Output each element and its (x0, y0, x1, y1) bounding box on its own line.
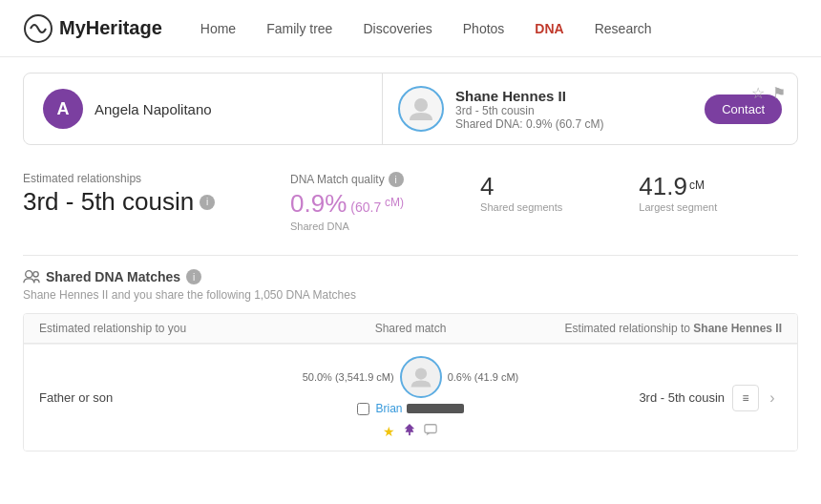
dna-left-value: 50.0% (3,541.9 cM) (303, 371, 394, 383)
logo-icon (23, 13, 53, 44)
matches-table: Estimated relationship to you Shared mat… (23, 313, 798, 452)
relationship-value: 3rd - 5th cousin i (23, 187, 233, 217)
message-icon[interactable] (424, 423, 437, 439)
dna-match-label: DNA Match quality i (290, 172, 404, 187)
segments-stat: 4 Shared segments (480, 172, 562, 213)
match-shared-dna: Shared DNA: 0.9% (60.7 cM) (455, 117, 693, 131)
shared-dna-label: Shared DNA (290, 220, 404, 232)
relationship-block: Estimated relationships 3rd - 5th cousin… (23, 172, 233, 232)
svg-point-3 (33, 272, 38, 277)
nav-home[interactable]: Home (200, 21, 236, 36)
match-icons-row: ★ (383, 423, 437, 439)
action-menu-button[interactable]: ≡ (732, 385, 759, 411)
dna-percent: 0.9% (290, 189, 347, 219)
shared-match-cell: 50.0% (3,541.9 cM) 0.6% (41.9 cM) Brian (286, 356, 534, 439)
col1-header: Estimated relationship to you (39, 322, 286, 335)
dna-right-value: 0.6% (41.9 cM) (448, 371, 519, 383)
dna-stats: DNA Match quality i 0.9% (60.7 cM) Share… (290, 172, 798, 232)
dna-info-icon[interactable]: i (389, 172, 404, 187)
nav-family-tree[interactable]: Family tree (266, 21, 332, 36)
svg-point-1 (414, 98, 428, 112)
user-avatar: A (43, 89, 83, 129)
expand-button[interactable]: › (763, 385, 782, 411)
svg-point-2 (26, 271, 32, 278)
estimated-label: Estimated relationships (23, 172, 233, 185)
match-info: Shane Hennes II 3rd - 5th cousin Shared … (455, 88, 693, 131)
main-stats: Estimated relationships 3rd - 5th cousin… (23, 164, 798, 255)
tree-svg (403, 423, 416, 436)
profile-left: A Angela Napolitano (24, 74, 383, 144)
shared-title: Shared DNA Matches (46, 269, 180, 284)
relationship-you-cell: Father or son (39, 390, 286, 405)
logo-text: MyHeritage (59, 17, 162, 39)
navbar: MyHeritage Home Family tree Discoveries … (0, 0, 821, 57)
profile-actions: ☆ ⚑ (751, 84, 786, 102)
shared-subtitle: Shane Hennes II and you share the follow… (23, 288, 798, 302)
profile-card: A Angela Napolitano ☆ ⚑ Shane Hennes II … (23, 73, 798, 145)
match-avatar (398, 86, 444, 132)
profile-right: ☆ ⚑ Shane Hennes II 3rd - 5th cousin Sha… (383, 74, 797, 143)
nav-photos[interactable]: Photos (463, 21, 505, 36)
largest-value: 41.9 (639, 172, 687, 201)
match-name: Shane Hennes II (455, 88, 693, 104)
logo[interactable]: MyHeritage (23, 13, 162, 44)
tree-icon[interactable] (403, 423, 416, 439)
match-checkbox[interactable] (357, 403, 369, 415)
match-relation: 3rd - 5th cousin (455, 104, 693, 117)
nav-research[interactable]: Research (595, 21, 652, 36)
table-row: Father or son 50.0% (3,541.9 cM) 0.6% (4… (24, 344, 797, 451)
nav-dna[interactable]: DNA (535, 21, 563, 36)
svg-rect-7 (425, 425, 436, 433)
star-icon[interactable]: ★ (383, 424, 395, 439)
name-redacted (407, 404, 464, 413)
flag-button[interactable]: ⚑ (772, 84, 786, 102)
table-header: Estimated relationship to you Shared mat… (24, 314, 797, 344)
action-btns: ≡ › (732, 385, 782, 411)
relationship-info-icon[interactable]: i (200, 195, 215, 210)
col3-header: Estimated relationship to Shane Hennes I… (535, 322, 782, 335)
svg-point-4 (415, 368, 427, 379)
nav-discoveries[interactable]: Discoveries (363, 21, 432, 36)
largest-unit: cM (689, 178, 705, 198)
col2-header: Shared match (286, 322, 534, 335)
segments-label: Shared segments (480, 201, 562, 213)
nav-links: Home Family tree Discoveries Photos DNA … (200, 21, 798, 36)
bookmark-button[interactable]: ☆ (751, 84, 765, 102)
message-svg (424, 423, 437, 436)
largest-label: Largest segment (639, 201, 717, 213)
shared-section: Shared DNA Matches i Shane Hennes II and… (23, 255, 798, 452)
match-person-avatar[interactable] (400, 356, 442, 398)
largest-segment-stat: 41.9 cM Largest segment (639, 172, 717, 213)
match-avatar-icon (406, 94, 436, 124)
relationship-match-cell: 3rd - 5th cousin ≡ › (535, 385, 782, 411)
dna-cm: (60.7 cM) (350, 196, 404, 215)
segments-value: 4 (480, 172, 562, 201)
svg-marker-6 (405, 424, 415, 432)
dna-quality: DNA Match quality i 0.9% (60.7 cM) Share… (290, 172, 404, 232)
main-content: A Angela Napolitano ☆ ⚑ Shane Hennes II … (0, 57, 821, 467)
people-icon (23, 269, 40, 284)
user-name: Angela Napolitano (95, 101, 212, 117)
dna-bar-row: 50.0% (3,541.9 cM) 0.6% (41.9 cM) (286, 356, 534, 398)
shared-title-row: Shared DNA Matches i (23, 269, 798, 284)
shared-info-icon[interactable]: i (186, 269, 201, 284)
match-person-icon (408, 364, 434, 390)
match-person-name[interactable]: Brian (357, 402, 463, 415)
